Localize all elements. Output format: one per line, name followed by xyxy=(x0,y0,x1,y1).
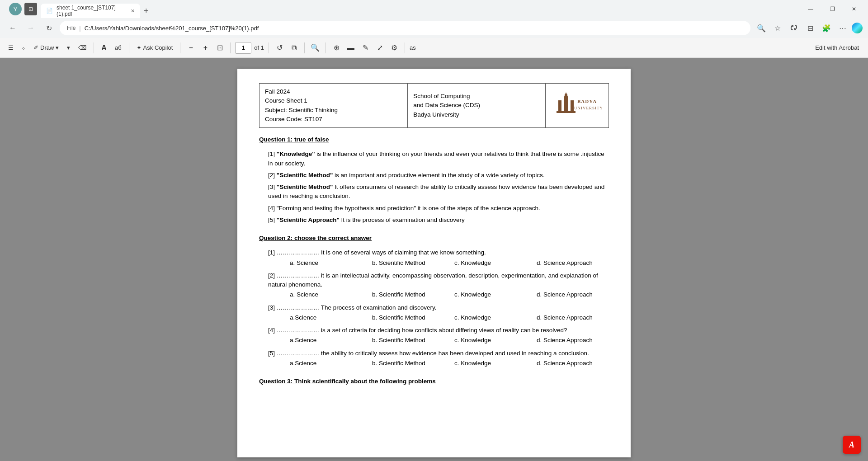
q2-item-2: [2] ………………… it is an intellectual activi… xyxy=(259,271,609,300)
ask-copilot-button[interactable]: ✦ Ask Copilot xyxy=(134,42,176,53)
draw-pdf-button[interactable]: ✎ xyxy=(359,42,371,54)
text-size-icon: A xyxy=(101,44,107,52)
draw-dropdown[interactable]: ✐ Draw ▾ xyxy=(31,42,61,53)
address-bar: ← → ↻ File | C:/Users/Yahia/Downloads/sh… xyxy=(0,18,868,38)
separator-5 xyxy=(269,42,269,53)
page-number-input[interactable] xyxy=(235,42,251,54)
option-2a: a. Science xyxy=(290,290,358,299)
minimize-button[interactable]: — xyxy=(800,2,821,16)
acrobat-icon[interactable]: A xyxy=(843,436,861,454)
menu-button[interactable]: ☰ xyxy=(5,42,16,53)
search-browser-icon[interactable]: 🔍 xyxy=(754,21,769,35)
url-file-label: File xyxy=(67,25,75,31)
university-logo: BADYA UNIVERSITY xyxy=(552,90,602,118)
more-icon[interactable]: ⋯ xyxy=(835,21,850,35)
q2-item-3-text: [3] ………………… The process of examination a… xyxy=(268,303,609,312)
restore-button[interactable]: ❐ xyxy=(822,2,843,16)
q1-item-2: [2] "Scientific Method" is an important … xyxy=(259,171,609,180)
option-5c: c. Knowledge xyxy=(454,359,522,368)
separator-3 xyxy=(180,42,180,53)
nav-icon[interactable]: ⬦ xyxy=(19,42,28,53)
expand-button[interactable]: ⤢ xyxy=(374,42,386,54)
q2-item-5-text: [5] ………………… the ability to critically as… xyxy=(268,349,609,358)
url-bar[interactable]: File | C:/Users/Yahia/Downloads/sheet%20… xyxy=(60,21,750,35)
reload-button[interactable]: ↻ xyxy=(42,21,56,35)
refresh-icon[interactable]: 🗘 xyxy=(787,21,801,35)
option-3c: c. Knowledge xyxy=(454,313,522,322)
zoom-plus-button[interactable]: + xyxy=(199,42,211,54)
url-text: C:/Users/Yahia/Downloads/sheet%201_cours… xyxy=(85,25,259,32)
title-bar: Y ⊡ 📄 sheet 1_course_[ST107] (1).pdf ✕ +… xyxy=(0,0,868,18)
erase-button[interactable]: ⌫ xyxy=(75,42,89,53)
header-logo-cell: BADYA UNIVERSITY xyxy=(546,84,609,128)
q1-item-5-num: [5] xyxy=(268,216,277,223)
q1-item-3: [3] "Scientific Method" It offers consum… xyxy=(259,183,609,201)
zoom-view-button[interactable]: ⊕ xyxy=(330,42,342,54)
settings-button[interactable]: ⚙ xyxy=(388,42,400,54)
close-tab-button[interactable]: ✕ xyxy=(131,8,135,14)
q1-item-1-bold: "Knowledge" xyxy=(277,151,315,157)
back-button[interactable]: ← xyxy=(5,21,20,35)
browser-toolbar-icons: 🔍 ☆ 🗘 ⊟ 🧩 ⋯ xyxy=(754,21,863,35)
q2-item-1-options: a. Science b. Scientific Method c. Knowl… xyxy=(268,259,609,268)
q2-item-2-options: a. Science b. Scientific Method c. Knowl… xyxy=(268,290,609,299)
dual-page-button[interactable]: ⧉ xyxy=(288,42,300,54)
separator-6 xyxy=(304,42,305,53)
option-2b: b. Scientific Method xyxy=(372,290,440,299)
zoom-minus-button[interactable]: − xyxy=(185,42,197,54)
extensions-icon[interactable]: 🧩 xyxy=(819,21,834,35)
active-tab[interactable]: 📄 sheet 1_course_[ST107] (1).pdf ✕ xyxy=(41,4,140,18)
q1-item-2-bold: "Scientific Method" xyxy=(277,172,333,179)
window-controls-right: — ❐ ✕ xyxy=(800,2,864,16)
new-tab-button[interactable]: + xyxy=(140,4,152,18)
option-2c: c. Knowledge xyxy=(454,290,522,299)
option-1b: b. Scientific Method xyxy=(372,259,440,268)
question-2-section: Question 2: choose the correct answer [1… xyxy=(259,234,609,368)
svg-rect-5 xyxy=(557,111,576,113)
q1-item-4-rest: "Forming and testing the hypothesis and … xyxy=(277,205,540,212)
option-5a: a.Science xyxy=(290,359,358,368)
option-3a: a.Science xyxy=(290,313,358,322)
separator-8 xyxy=(405,42,405,53)
option-3b: b. Scientific Method xyxy=(372,313,440,322)
q1-item-1-num: [1] xyxy=(268,151,277,157)
option-4d: d. Science Approach xyxy=(537,336,604,345)
chevron-down-icon[interactable]: ▾ xyxy=(64,42,73,53)
q1-item-5-bold: "Scientific Approach" xyxy=(277,216,340,223)
search-pdf-button[interactable]: 🔍 xyxy=(309,42,321,54)
handwriting-button[interactable]: аб xyxy=(112,42,124,53)
q2-item-2-text: [2] ………………… it is an intellectual activi… xyxy=(268,271,609,290)
q1-item-5: [5] "Scientific Approach" It is the proc… xyxy=(259,216,609,225)
split-view-icon[interactable]: ⊟ xyxy=(803,21,817,35)
favorites-icon[interactable]: ☆ xyxy=(770,21,785,35)
svg-rect-1 xyxy=(564,98,568,111)
option-4a: a.Science xyxy=(290,336,358,345)
q2-item-1: [1] ………………… It is one of several ways of… xyxy=(259,248,609,268)
svg-rect-2 xyxy=(571,100,574,111)
q1-item-3-bold: "Scientific Method" xyxy=(277,183,333,190)
acrobat-letter: A xyxy=(849,440,854,450)
option-5d: d. Science Approach xyxy=(537,359,604,368)
history-icon[interactable]: ⊡ xyxy=(24,3,37,15)
forward-button[interactable]: → xyxy=(24,21,38,35)
url-separator: | xyxy=(79,25,80,32)
erase-icon: ⌫ xyxy=(78,44,86,51)
fit-page-button[interactable]: ⊡ xyxy=(214,42,226,54)
svg-point-4 xyxy=(565,94,567,96)
option-5b: b. Scientific Method xyxy=(372,359,440,368)
q1-item-1-rest: is the influence of your thinking on you… xyxy=(268,151,604,166)
svg-text:BADYA: BADYA xyxy=(577,99,597,104)
q1-item-2-rest: is an important and productive element i… xyxy=(333,172,544,179)
edit-acrobat-button[interactable]: Edit with Acrobat xyxy=(811,42,863,53)
option-2d: d. Science Approach xyxy=(537,290,604,299)
edge-logo[interactable] xyxy=(852,23,863,33)
rotate-button[interactable]: ↺ xyxy=(274,42,285,54)
close-window-button[interactable]: ✕ xyxy=(844,2,864,16)
text-size-button[interactable]: A xyxy=(99,42,109,54)
option-3d: d. Science Approach xyxy=(537,313,604,322)
highlight-button[interactable]: ▬ xyxy=(345,42,357,54)
option-1c: c. Knowledge xyxy=(454,259,522,268)
profile-icon[interactable]: Y xyxy=(9,3,22,15)
separator-1 xyxy=(94,42,94,53)
pdf-viewer: Fall 2024 Course Sheet 1 Subject: Scient… xyxy=(0,58,868,461)
